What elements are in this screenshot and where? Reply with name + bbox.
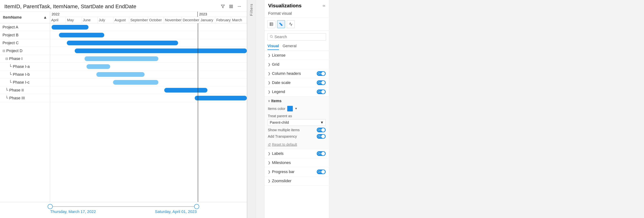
section-legend[interactable]: ❯ Legend On <box>264 87 329 96</box>
tab-visual[interactable]: Visual <box>268 44 279 50</box>
treat-parent-select[interactable]: Parent-child ▼ <box>268 119 326 126</box>
progress-bar-toggle[interactable]: On <box>317 170 326 174</box>
gantt-bar[interactable] <box>164 88 208 93</box>
color-dropdown-icon[interactable]: ▼ <box>295 107 298 110</box>
section-grid[interactable]: ❯ Grid <box>264 60 329 69</box>
bar-row <box>50 55 247 63</box>
viz-header-icons: ‹‹ <box>323 3 325 8</box>
labels-toggle[interactable]: On <box>317 151 326 156</box>
bar-row <box>50 39 247 47</box>
month-cell-january: January <box>200 17 215 23</box>
month-cell-november: November <box>164 17 182 23</box>
viz-icon-table[interactable] <box>268 20 275 28</box>
bar-row <box>50 70 247 78</box>
bar-row <box>50 47 247 55</box>
treat-parent-label: Treat parent as <box>268 114 326 118</box>
section-column-headers[interactable]: ❯ Column headers On <box>264 69 329 78</box>
gantt-bar[interactable] <box>59 33 104 37</box>
viz-icon-chart[interactable] <box>287 20 295 28</box>
chevron-right-icon: ❯ <box>268 170 270 174</box>
reset-default-link[interactable]: ↺ Reset to default <box>268 142 297 147</box>
svg-rect-2 <box>232 5 232 6</box>
more-options-icon[interactable] <box>236 3 242 10</box>
section-license-label: ❯ License <box>268 53 286 58</box>
gantt-bar[interactable] <box>67 41 178 45</box>
name-row: ⊟Phase I <box>0 55 50 63</box>
gantt-bar[interactable] <box>96 72 144 77</box>
row-label: Phase I-b <box>13 72 30 77</box>
expand-icon[interactable] <box>228 3 234 10</box>
filters-label: Filters <box>249 3 254 16</box>
chevron-right-icon: ❯ <box>268 72 270 75</box>
treat-parent-row: Treat parent as Parent-child ▼ <box>268 114 326 126</box>
chevron-right-icon: ❯ <box>268 53 270 57</box>
column-headers-toggle[interactable]: On <box>317 71 326 76</box>
slider-handle-right[interactable] <box>194 204 199 209</box>
section-zoomslider-label: ❯ Zoomslider <box>268 179 292 183</box>
svg-point-15 <box>270 35 272 37</box>
gantt-bar[interactable] <box>86 64 110 69</box>
filters-strip: Filters <box>247 0 256 218</box>
bar-area <box>50 23 247 202</box>
chart-title-icons <box>220 3 242 10</box>
chevron-right-icon: ❯ <box>268 152 270 156</box>
slider-handle-left[interactable] <box>48 204 53 209</box>
month-cell-march: March <box>231 17 247 23</box>
svg-point-7 <box>240 6 241 7</box>
bar-row <box>50 23 247 31</box>
search-box[interactable] <box>268 33 326 40</box>
section-license[interactable]: ❯ License <box>264 51 329 60</box>
collapse-icon[interactable]: ⊟ <box>2 49 5 53</box>
items-section-title: ∨ Items <box>268 99 326 103</box>
tab-general[interactable]: General <box>282 44 296 50</box>
chart-title-bar: ItemID, ParentTask, ItemName, StartDate … <box>0 0 247 12</box>
svg-point-5 <box>238 6 238 7</box>
gantt-bar[interactable] <box>84 56 158 61</box>
section-labels-label: ❯ Labels <box>268 151 284 156</box>
collapse-icon[interactable]: ⊟ <box>5 57 8 61</box>
show-multiple-toggle[interactable]: On <box>317 128 326 132</box>
sort-icon[interactable]: ▲ <box>43 15 47 20</box>
bar-row <box>50 63 247 70</box>
gantt-bar[interactable] <box>113 80 158 85</box>
search-input[interactable] <box>274 34 324 39</box>
name-col-header: ItemName ▲ <box>0 12 50 23</box>
name-row: └Phase II <box>0 86 50 94</box>
show-multiple-toggle-row: Show multiple items On <box>268 128 326 132</box>
section-date-scale[interactable]: ❯ Date scale On <box>264 78 329 87</box>
chevron-down-icon: ∨ <box>268 99 270 103</box>
row-label: Phase I-c <box>13 80 30 85</box>
section-labels[interactable]: ❯ Labels On <box>264 149 329 158</box>
today-line <box>198 23 198 202</box>
viz-icon-gantt[interactable] <box>277 20 285 28</box>
gantt-bar[interactable] <box>195 96 247 100</box>
section-milestones[interactable]: ❯ Milestones <box>264 158 329 167</box>
svg-rect-13 <box>280 24 282 25</box>
gantt-bar[interactable] <box>52 25 88 29</box>
add-transparency-toggle[interactable]: On <box>317 134 326 139</box>
chevron-right-icon: ❯ <box>268 90 270 94</box>
month-cell-august: August <box>114 17 129 23</box>
chevron-right-icon: ❯ <box>268 179 270 183</box>
gantt-bar[interactable] <box>75 48 247 53</box>
date-scale-toggle[interactable]: On <box>317 80 326 85</box>
name-row: Project B <box>0 31 50 39</box>
month-cell-may: May <box>66 17 82 23</box>
chevron-right-icon: ❯ <box>268 81 270 85</box>
items-color-label: Items color <box>268 107 285 111</box>
collapse-panel-icon[interactable]: ‹‹ <box>323 3 325 8</box>
add-transparency-toggle-row: Add Transparency On <box>268 134 326 139</box>
items-color-swatch[interactable] <box>287 106 293 112</box>
row-label: Project D <box>6 48 22 53</box>
viz-panel: Visualizations ‹‹ Format visual <box>264 0 329 218</box>
legend-toggle[interactable]: On <box>317 89 326 94</box>
svg-rect-3 <box>230 7 231 8</box>
viz-panel-header: Visualizations ‹‹ <box>264 0 329 10</box>
section-items: ∨ Items Items color ▼ Treat parent as Pa… <box>264 96 329 149</box>
name-row: └Phase I-a <box>0 63 50 70</box>
section-progress-bar[interactable]: ❯ Progress bar On <box>264 167 329 177</box>
search-icon <box>270 34 273 39</box>
section-zoomslider[interactable]: ❯ Zoomslider <box>264 177 329 186</box>
svg-marker-0 <box>221 5 224 8</box>
filter-icon[interactable] <box>220 3 226 10</box>
